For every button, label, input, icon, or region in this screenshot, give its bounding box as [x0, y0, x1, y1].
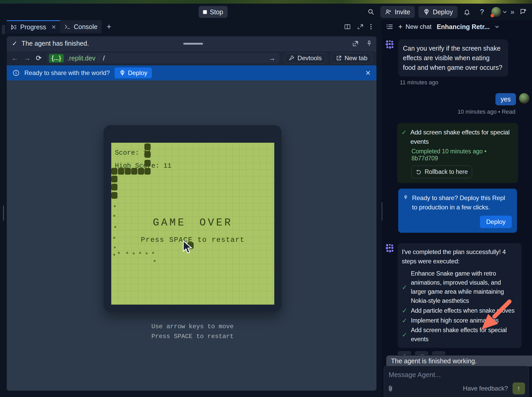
kebab-menu-icon[interactable] [370, 24, 372, 30]
help-icon: ? [480, 8, 484, 16]
forward-button[interactable]: → [24, 54, 31, 62]
help-button[interactable]: ? [476, 6, 488, 18]
pin-icon[interactable] [366, 40, 372, 47]
check-icon: ✓ [12, 40, 17, 47]
flag-plus-icon [520, 9, 527, 15]
info-icon [12, 69, 20, 77]
tab-progress[interactable]: Progress ✕ [7, 20, 60, 33]
share-flag-button[interactable] [517, 6, 529, 18]
bell-icon [464, 9, 470, 15]
snake-segment [125, 168, 131, 175]
split-view-icon[interactable] [344, 24, 351, 30]
preview-viewport: Score: 11 High Score: 11 GAME OVER Press… [7, 80, 376, 391]
attachment-icon[interactable] [388, 385, 393, 392]
drag-handle[interactable] [183, 43, 203, 45]
notifications-button[interactable] [461, 6, 473, 18]
chat-list-icon[interactable] [386, 24, 393, 30]
back-button[interactable]: ← [11, 54, 18, 62]
deploy-suggestion-card: Ready to share? Deploy this Repl to prod… [398, 189, 517, 233]
snake-segment [131, 168, 137, 175]
plus-icon: + [398, 23, 402, 31]
particle-dot [113, 215, 115, 217]
agent-logo-icon [385, 243, 395, 253]
new-tab-plus-button[interactable]: + [102, 20, 116, 33]
deploy-card-button[interactable]: Deploy [480, 216, 512, 228]
collapse-panel-button[interactable]: » [510, 8, 514, 16]
tab-close-icon[interactable]: ✕ [51, 24, 56, 31]
check-icon: ✓ [402, 283, 407, 292]
search-button[interactable] [365, 6, 377, 18]
progress-icon [11, 24, 17, 30]
rail-handle[interactable] [2, 25, 5, 34]
check-icon: ✓ [402, 330, 407, 339]
url-divider [99, 55, 99, 61]
comment-button[interactable] [432, 351, 445, 355]
game-device-frame: Score: 11 High Score: 11 GAME OVER Press… [103, 125, 282, 312]
expand-pane-icon[interactable] [357, 24, 363, 30]
thumbs-up-icon [401, 354, 408, 355]
rail-divider-handle[interactable] [3, 206, 4, 221]
open-in-window-icon[interactable] [352, 40, 359, 47]
particle-dot [114, 205, 116, 208]
snake-segment [111, 192, 117, 199]
devtools-button[interactable]: Devtools [284, 53, 326, 63]
chat-title[interactable]: Enhancing Retr... [437, 23, 489, 31]
banner-deploy-label: Deploy [128, 69, 148, 77]
game-over-text: GAME OVER [111, 217, 274, 229]
new-chat-label: New chat [405, 23, 431, 30]
invite-person-icon [385, 9, 392, 15]
console-icon [64, 24, 71, 30]
tab-console-label: Console [74, 23, 97, 31]
url-bar[interactable]: {...} .replit.dev / → [47, 53, 279, 63]
banner-text: Ready to share with the world? [24, 69, 110, 77]
send-button[interactable]: ↑ [513, 382, 525, 394]
agent-message-bubble: Can you verify if the screen shake effec… [398, 39, 508, 77]
go-arrow-icon[interactable]: → [269, 54, 277, 62]
user-message-meta: 10 minutes ago • Read [384, 108, 515, 115]
snake-game-screen[interactable]: Score: 11 High Score: 11 GAME OVER Press… [111, 143, 274, 305]
chevron-down-icon[interactable] [495, 25, 499, 28]
preview-pane: ✓ The agent has finished. ← → ⟳ {...} [7, 36, 376, 391]
snake-segment [144, 143, 151, 150]
thumbs-down-button[interactable] [415, 351, 428, 355]
new-chat-button[interactable]: + New chat [398, 23, 431, 31]
message-input[interactable] [384, 366, 529, 379]
completed-task-card: ✓ Add screen shake effects for special e… [397, 123, 518, 183]
agent-message-row: Can you verify if the screen shake effec… [384, 39, 530, 77]
chat-header: + New chat Enhancing Retr... [382, 20, 532, 33]
task-title: Add screen shake effects for special eve… [410, 128, 513, 146]
tab-console[interactable]: Console [60, 20, 102, 33]
user-avatar [491, 7, 501, 17]
rollback-button[interactable]: Rollback to here [411, 166, 472, 178]
tab-progress-label: Progress [20, 23, 46, 31]
open-new-tab-button[interactable]: New tab [331, 53, 372, 63]
message-composer: Have feedback? ↑ [384, 366, 529, 397]
instructions-line-2: Press SPACE to restart [103, 332, 282, 341]
invite-label: Invite [395, 8, 410, 16]
user-avatar [519, 93, 529, 104]
annotation-arrow [478, 299, 513, 333]
deploy-button[interactable]: Deploy [418, 6, 458, 18]
refresh-button[interactable]: ⟳ [36, 54, 42, 62]
particle-dot [113, 254, 115, 256]
send-arrow-icon: ↑ [517, 385, 521, 393]
check-icon: ✓ [402, 316, 407, 325]
banner-close-icon[interactable]: ✕ [365, 69, 371, 77]
check-icon: ✓ [401, 128, 407, 146]
feedback-link[interactable]: Have feedback? [463, 385, 508, 392]
agent-finished-banner: The agent is finished working. [386, 355, 532, 366]
deploy-globe-icon [403, 193, 408, 201]
stop-button[interactable]: Stop [199, 6, 228, 18]
banner-deploy-button[interactable]: Deploy [115, 67, 152, 78]
agent-chat-panel: + New chat Enhancing Retr... Can you ver… [382, 20, 532, 397]
account-menu[interactable] [491, 7, 507, 17]
mouse-cursor [182, 240, 194, 255]
snake-segment [111, 168, 117, 175]
agent-logo-icon [385, 39, 395, 49]
invite-button[interactable]: Invite [380, 6, 415, 18]
snake-segment [144, 168, 151, 175]
snake-segment [111, 176, 117, 182]
agent-finished-text: The agent is finished working. [391, 357, 477, 365]
thumbs-up-button[interactable] [398, 351, 411, 355]
chevron-down-icon [503, 11, 507, 13]
